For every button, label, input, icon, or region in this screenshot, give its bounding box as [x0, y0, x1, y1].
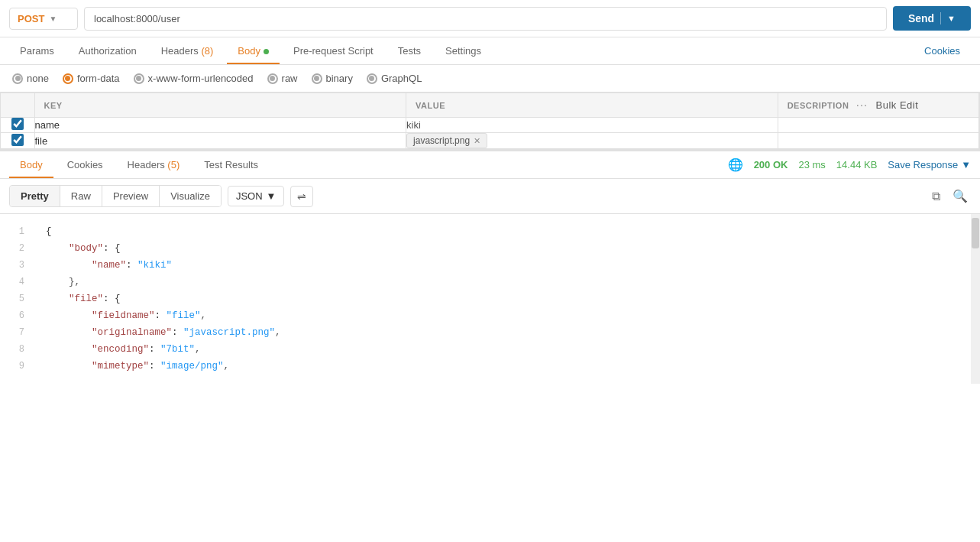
method-chevron-icon: ▼ [49, 15, 57, 23]
code-line-4: }, [46, 274, 959, 290]
row1-checkbox[interactable] [11, 118, 24, 130]
send-dropdown-icon[interactable]: ▼ [947, 14, 956, 23]
search-response-button[interactable]: 🔍 [949, 186, 971, 206]
radio-raw-icon [267, 73, 278, 84]
radio-formdata-icon [63, 73, 73, 84]
scrollbar[interactable] [971, 214, 980, 384]
json-format-chevron-icon: ▼ [267, 190, 277, 202]
bulk-edit-button[interactable]: Bulk Edit [876, 99, 919, 111]
code-line-7: "originalname": "javascript.png", [46, 324, 959, 341]
row1-value[interactable]: kiki [406, 118, 778, 133]
file-remove-icon[interactable]: ✕ [474, 136, 480, 146]
table-row: name kiki [1, 118, 979, 133]
response-tabs: Body Cookies Headers (5) Test Results 🌐 … [0, 151, 980, 179]
response-status-bar: 🌐 200 OK 23 ms 14.44 KB Save Response ▼ [728, 157, 971, 172]
checkbox-col-header [1, 93, 34, 118]
top-bar: POST ▼ Send ▼ [0, 0, 980, 37]
code-line-3: "name": "kiki" [46, 257, 959, 274]
code-line-5: "file": { [46, 290, 959, 307]
description-col-header: DESCRIPTION ··· Bulk Edit [778, 93, 978, 118]
res-tab-test-results[interactable]: Test Results [193, 151, 269, 178]
row2-value: javascript.png ✕ [406, 133, 778, 149]
row1-key[interactable]: name [34, 118, 406, 133]
scroll-thumb[interactable] [972, 218, 979, 248]
format-pretty[interactable]: Pretty [10, 186, 60, 206]
code-line-8: "encoding": "7bit", [46, 341, 959, 358]
response-actions: ⧉ 🔍 [929, 186, 971, 206]
method-selector[interactable]: POST ▼ [9, 8, 78, 30]
radio-graphql-icon [367, 73, 377, 84]
response-time: 23 ms [798, 159, 825, 170]
params-table-wrapper: KEY VALUE DESCRIPTION ··· Bulk Edit name… [0, 92, 980, 150]
row2-key[interactable]: file [34, 133, 406, 149]
file-name: javascript.png [413, 135, 470, 146]
filter-icon[interactable]: ⇌ [290, 186, 313, 207]
tab-settings[interactable]: Settings [435, 37, 492, 64]
view-format-group: Pretty Raw Preview Visualize [9, 185, 222, 207]
row2-checkbox-cell [1, 133, 34, 149]
response-area: Body Cookies Headers (5) Test Results 🌐 … [0, 150, 980, 384]
tab-headers[interactable]: Headers (8) [150, 37, 225, 64]
table-row: file javascript.png ✕ [1, 133, 979, 149]
row1-description[interactable] [778, 118, 978, 133]
value-col-header: VALUE [406, 93, 778, 118]
body-type-raw[interactable]: raw [267, 73, 298, 84]
body-type-graphql[interactable]: GraphQL [367, 73, 422, 84]
format-bar: Pretty Raw Preview Visualize JSON ▼ ⇌ ⧉ … [0, 179, 980, 214]
line-numbers: 1 2 3 4 5 6 7 8 9 [0, 214, 34, 384]
code-line-9: "mimetype": "image/png", [46, 358, 959, 375]
res-tab-headers[interactable]: Headers (5) [117, 151, 191, 178]
radio-none-icon [12, 73, 23, 84]
code-line-1: { [46, 223, 959, 240]
params-table: KEY VALUE DESCRIPTION ··· Bulk Edit name… [1, 93, 979, 149]
json-format-selector[interactable]: JSON ▼ [228, 186, 285, 206]
key-col-header: KEY [34, 93, 406, 118]
tab-body[interactable]: Body [227, 37, 280, 64]
save-response-button[interactable]: Save Response ▼ [888, 159, 971, 170]
url-input[interactable] [84, 7, 887, 31]
options-dots-icon[interactable]: ··· [856, 101, 868, 110]
radio-urlencoded-icon [134, 73, 144, 84]
save-response-chevron-icon: ▼ [961, 159, 971, 170]
status-code: 200 OK [754, 159, 788, 170]
response-size: 14.44 KB [836, 159, 878, 170]
method-label: POST [18, 13, 44, 24]
body-type-selector: none form-data x-www-form-urlencoded raw… [0, 65, 980, 92]
format-raw[interactable]: Raw [60, 186, 102, 206]
format-preview[interactable]: Preview [102, 186, 160, 206]
send-label: Send [908, 12, 934, 24]
code-line-6: "fieldname": "file", [46, 307, 959, 324]
send-divider [940, 12, 941, 24]
tab-cookies[interactable]: Cookies [914, 37, 971, 64]
radio-binary-icon [312, 73, 322, 84]
code-area: 1 2 3 4 5 6 7 8 9 { "body": { "name": "k… [0, 214, 980, 384]
row1-checkbox-cell [1, 118, 34, 133]
send-button[interactable]: Send ▼ [893, 6, 971, 31]
res-tab-body[interactable]: Body [9, 151, 53, 178]
tab-params[interactable]: Params [9, 37, 65, 64]
code-content: { "body": { "name": "kiki" }, "file": { … [34, 214, 971, 384]
row2-description[interactable] [778, 133, 978, 149]
format-visualize[interactable]: Visualize [160, 186, 221, 206]
json-format-label: JSON [236, 190, 263, 202]
tab-tests[interactable]: Tests [387, 37, 432, 64]
body-type-urlencoded[interactable]: x-www-form-urlencoded [134, 73, 254, 84]
tab-prerequest[interactable]: Pre-request Script [283, 37, 384, 64]
globe-icon: 🌐 [728, 157, 743, 172]
copy-response-button[interactable]: ⧉ [929, 186, 943, 206]
body-type-binary[interactable]: binary [312, 73, 353, 84]
code-line-2: "body": { [46, 240, 959, 257]
body-type-formdata[interactable]: form-data [63, 73, 120, 84]
res-tab-cookies[interactable]: Cookies [57, 151, 114, 178]
file-tag: javascript.png ✕ [406, 133, 487, 148]
row2-checkbox[interactable] [11, 134, 24, 146]
body-type-none[interactable]: none [12, 73, 49, 84]
request-tabs: Params Authorization Headers (8) Body Pr… [0, 37, 980, 65]
tab-authorization[interactable]: Authorization [68, 37, 147, 64]
